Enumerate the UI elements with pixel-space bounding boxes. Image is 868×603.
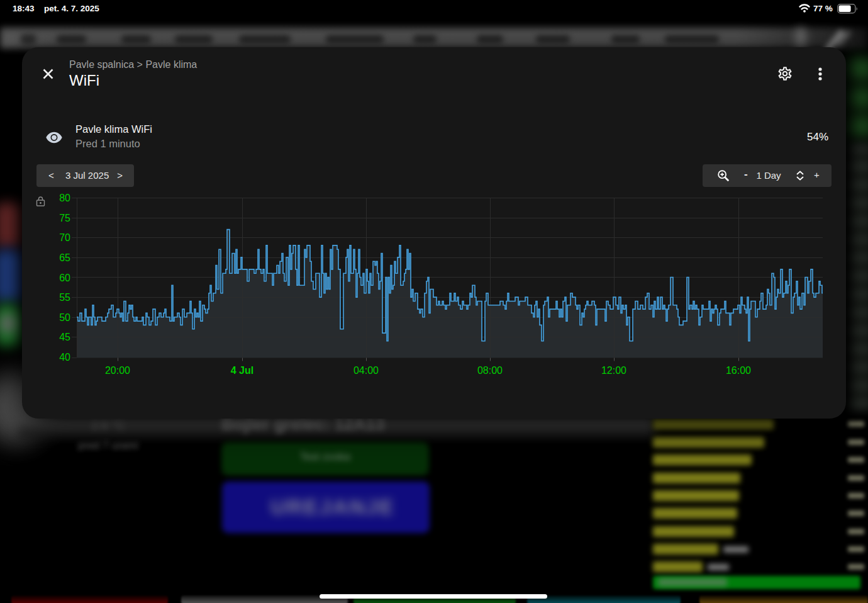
svg-text:60: 60 — [59, 273, 70, 283]
svg-text:16:00: 16:00 — [726, 365, 751, 376]
svg-text:04:00: 04:00 — [353, 365, 379, 376]
svg-text:08:00: 08:00 — [477, 365, 503, 376]
svg-text:50: 50 — [59, 312, 70, 323]
svg-text:20:00: 20:00 — [105, 365, 130, 376]
svg-text:65: 65 — [59, 252, 70, 263]
svg-text:12:00: 12:00 — [601, 365, 626, 376]
svg-text:4 Jul: 4 Jul — [231, 365, 253, 376]
svg-text:80: 80 — [59, 193, 70, 203]
svg-text:70: 70 — [59, 232, 70, 243]
svg-text:40: 40 — [59, 352, 70, 363]
svg-text:75: 75 — [59, 213, 70, 223]
svg-text:55: 55 — [59, 292, 70, 303]
svg-text:45: 45 — [59, 332, 70, 342]
